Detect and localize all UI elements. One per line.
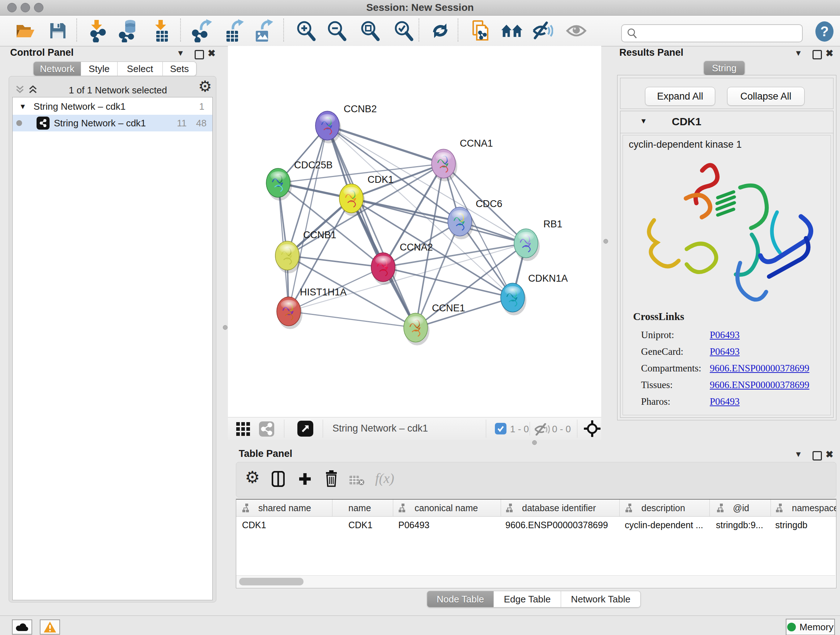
birds-eye-view-icon[interactable] xyxy=(584,420,600,437)
scrollbar-thumb[interactable] xyxy=(239,578,303,585)
export-network-icon[interactable] xyxy=(191,19,212,43)
horizontal-scrollbar[interactable] xyxy=(236,575,835,587)
tab-edge-table[interactable]: Edge Table xyxy=(494,591,561,608)
vertical-splitter-grip[interactable] xyxy=(223,325,227,330)
tissues-link[interactable]: 9606.ENSP00000378699 xyxy=(710,377,809,393)
control-panel-close-icon[interactable]: ✖ xyxy=(208,48,216,59)
network-node-CDK1[interactable] xyxy=(339,184,365,216)
network-edge[interactable] xyxy=(287,256,383,267)
tab-sets[interactable]: Sets xyxy=(163,62,196,76)
column-header-namespace[interactable]: namespace xyxy=(775,500,836,516)
control-panel-menu-caret-icon[interactable]: ▼ xyxy=(177,49,185,58)
string-network-icon[interactable] xyxy=(259,421,274,437)
zoom-in-icon[interactable] xyxy=(295,19,317,43)
cell-database-identifier[interactable]: 9606.ENSP00000378699 xyxy=(505,517,608,533)
pharos-link[interactable]: P06493 xyxy=(710,393,809,410)
network-edge[interactable] xyxy=(289,311,416,328)
cell-shared-name[interactable]: CDK1 xyxy=(242,517,266,533)
network-canvas[interactable]: CCNB2CCNA1CDC25BCDK1CDC6RB1CCNB1CCNA2CDK… xyxy=(228,46,601,417)
export-image-icon[interactable] xyxy=(253,19,274,43)
network-collection-row[interactable]: ▼ String Network – cdk1 1 xyxy=(13,98,212,115)
uniprot-link[interactable]: P06493 xyxy=(710,326,809,343)
show-columns-icon[interactable] xyxy=(272,471,285,487)
toolbar-search-field[interactable] xyxy=(621,24,803,42)
network-edge[interactable] xyxy=(327,126,526,243)
tab-style[interactable]: Style xyxy=(81,62,118,76)
column-header-database-identifier[interactable]: database identifier xyxy=(505,500,596,516)
table-panel-menu-caret-icon[interactable]: ▼ xyxy=(794,450,802,459)
table-panel-title: Table Panel xyxy=(239,448,292,459)
network-edge[interactable] xyxy=(327,126,444,164)
import-table-icon[interactable] xyxy=(151,19,172,43)
cell-description[interactable]: cyclin-dependent ... xyxy=(625,517,703,533)
horizontal-splitter-grip[interactable] xyxy=(532,440,537,445)
network-panel-gear-icon[interactable]: ⚙ xyxy=(198,79,212,94)
network-node-CDC6[interactable] xyxy=(448,207,474,239)
show-selected-eye-icon[interactable] xyxy=(565,19,587,43)
cell-namespace[interactable]: stringdb xyxy=(775,517,807,533)
cell-canonical-name[interactable]: P06493 xyxy=(398,517,429,533)
network-node-CDC25B[interactable] xyxy=(266,168,292,201)
expand-all-chevron-icon[interactable] xyxy=(27,85,38,95)
network-edge[interactable] xyxy=(383,267,513,298)
memory-button[interactable]: Memory xyxy=(786,619,835,635)
zoom-out-icon[interactable] xyxy=(325,19,347,43)
tab-string[interactable]: String xyxy=(704,61,745,75)
save-session-icon[interactable] xyxy=(47,19,69,43)
network-node-CCNB2[interactable] xyxy=(316,111,341,143)
export-table-icon[interactable] xyxy=(223,19,245,43)
zoom-selected-icon[interactable] xyxy=(393,19,414,43)
tab-node-table[interactable]: Node Table xyxy=(427,591,494,608)
genecard-link[interactable]: P06493 xyxy=(710,343,809,360)
collapse-entry-caret-icon[interactable]: ▼ xyxy=(640,117,647,125)
column-header-description[interactable]: description xyxy=(625,500,685,516)
network-row-selected[interactable]: String Network – cdk1 11 48 xyxy=(13,115,212,131)
cell-name[interactable]: CDK1 xyxy=(348,517,373,533)
network-node-HIST1H1A[interactable] xyxy=(277,297,302,329)
tab-network[interactable]: Network xyxy=(33,62,81,76)
results-panel-close-icon[interactable]: ✖ xyxy=(826,48,834,59)
network-node-CDKN1A[interactable] xyxy=(501,283,526,315)
tree-expander-icon[interactable]: ▼ xyxy=(19,103,27,111)
cloud-status-button[interactable] xyxy=(12,619,32,635)
results-panel-float-icon[interactable] xyxy=(813,50,822,59)
tab-network-table[interactable]: Network Table xyxy=(561,591,641,608)
refresh-icon[interactable] xyxy=(429,19,451,43)
results-panel-menu-caret-icon[interactable]: ▼ xyxy=(794,49,802,58)
table-panel-float-icon[interactable] xyxy=(813,451,822,461)
column-header-id[interactable]: @id xyxy=(716,500,749,516)
import-network-database-icon[interactable] xyxy=(118,19,140,43)
column-header-shared-name[interactable]: shared name xyxy=(242,500,311,516)
warnings-button[interactable] xyxy=(40,619,60,635)
network-node-CCNA2[interactable] xyxy=(371,253,397,285)
open-in-new-window-icon[interactable] xyxy=(297,421,313,437)
hide-selected-eye-slash-icon[interactable] xyxy=(532,19,554,43)
help-icon[interactable]: ? xyxy=(815,21,834,42)
grid-view-icon[interactable] xyxy=(236,422,250,436)
delete-column-trash-icon[interactable] xyxy=(325,470,338,487)
clone-network-icon[interactable] xyxy=(470,19,492,43)
zoom-fit-icon[interactable] xyxy=(359,19,381,43)
network-node-CCNE1[interactable] xyxy=(404,313,429,345)
add-column-plus-icon[interactable] xyxy=(298,472,311,486)
import-network-file-icon[interactable] xyxy=(87,19,109,43)
collapse-all-button[interactable]: Collapse All xyxy=(727,87,805,106)
selected-checkbox-icon[interactable] xyxy=(495,423,507,434)
search-input[interactable] xyxy=(641,28,802,39)
cell-id[interactable]: stringdb:9... xyxy=(716,517,763,533)
table-panel-close-icon[interactable]: ✖ xyxy=(826,449,834,460)
compartments-link[interactable]: 9606.ENSP00000378699 xyxy=(710,360,809,377)
home-icon[interactable] xyxy=(501,19,523,43)
cdk1-card-header[interactable]: ▼ CDK1 xyxy=(621,111,833,133)
vertical-splitter-grip[interactable] xyxy=(603,239,608,244)
network-node-RB1[interactable] xyxy=(514,229,540,261)
table-settings-gear-icon[interactable]: ⚙ xyxy=(245,469,260,486)
column-header-name[interactable]: name xyxy=(348,500,371,516)
expand-all-button[interactable]: Expand All xyxy=(645,87,715,106)
tab-select[interactable]: Select xyxy=(118,62,163,76)
hidden-eye-slash-icon[interactable] xyxy=(534,423,550,435)
open-session-icon[interactable] xyxy=(14,19,36,43)
control-panel-float-icon[interactable] xyxy=(195,50,204,59)
column-header-canonical-name[interactable]: canonical name xyxy=(398,500,478,516)
collapse-all-chevron-icon[interactable] xyxy=(14,85,25,95)
